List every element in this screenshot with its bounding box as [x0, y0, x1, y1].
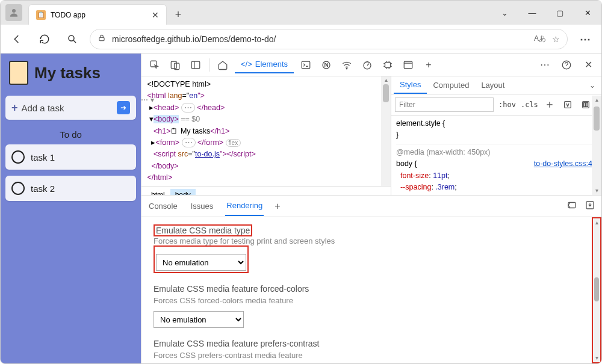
forced-colors-desc: Forces CSS forced-colors media feature	[154, 296, 580, 305]
svg-rect-3	[150, 61, 157, 67]
styles-scrollbar[interactable]: ▴▾	[592, 96, 601, 195]
cls-toggle[interactable]: .cls	[521, 100, 538, 109]
favorite-icon[interactable]: ☆	[552, 34, 560, 44]
expand-icon[interactable]	[566, 200, 577, 213]
drawer-scrollbar[interactable]: ▴ ▾	[592, 217, 601, 363]
help-icon[interactable]	[558, 57, 575, 73]
source-link[interactable]: to-do-styles.css:40	[534, 158, 597, 170]
svg-rect-12	[404, 61, 412, 69]
svg-rect-17	[586, 103, 588, 107]
new-rule-icon[interactable]	[543, 98, 556, 111]
minimize-button[interactable]: ―	[518, 1, 546, 25]
filter-input[interactable]	[395, 97, 494, 112]
close-window-button[interactable]: ✕	[574, 1, 601, 25]
svg-rect-11	[385, 62, 391, 67]
sources-icon[interactable]	[318, 57, 335, 73]
dom-scrollbar[interactable]: ▴	[381, 76, 391, 186]
chevron-down-icon[interactable]: ⌄	[491, 1, 518, 25]
network-icon[interactable]	[338, 57, 355, 73]
flex-editor-icon[interactable]	[579, 98, 592, 111]
emulate-media-type-select[interactable]: No emulation	[156, 254, 246, 271]
tab-issues[interactable]: Issues	[190, 197, 215, 215]
download-icon[interactable]	[585, 200, 595, 213]
prefers-contrast-label: Emulate CSS media feature prefers-contra…	[154, 339, 580, 348]
todo-app: My tasks + Add a task ➜ To do task 1 tas…	[1, 54, 141, 363]
titlebar: 📋 TODO app ✕ + ⌄ ― ▢ ✕	[1, 1, 601, 25]
new-tab-button[interactable]: +	[169, 5, 187, 23]
devtools: </>Elements + ⋯ ✕ ⋯ ▾ <!DOCT	[141, 54, 601, 363]
refresh-button[interactable]	[34, 29, 55, 49]
url-text: microsoftedge.github.io/Demos/demo-to-do…	[112, 34, 528, 44]
reader-icon[interactable]: Aあ	[534, 34, 546, 44]
styles-panel: Styles Computed Layout ⌄ :hov .cls	[391, 76, 601, 195]
browser-tab[interactable]: 📋 TODO app ✕	[28, 4, 167, 25]
breadcrumb[interactable]: html body	[141, 186, 391, 195]
task-checkbox[interactable]	[11, 150, 25, 164]
dom-actions[interactable]: ⋯ ▾	[141, 96, 154, 104]
svg-point-9	[346, 68, 347, 69]
performance-icon[interactable]	[359, 57, 376, 73]
lock-icon	[98, 34, 106, 44]
maximize-button[interactable]: ▢	[546, 1, 574, 25]
svg-point-0	[12, 9, 16, 13]
forced-colors-select[interactable]: No emulation	[154, 311, 244, 328]
devtools-tabbar: </>Elements + ⋯ ✕	[141, 54, 601, 76]
hov-toggle[interactable]: :hov	[498, 100, 516, 109]
tab-title: TODO app	[51, 11, 147, 19]
chevron-down-icon[interactable]: ⌄	[589, 81, 599, 90]
crumb-html[interactable]: html	[146, 189, 170, 195]
task-label: task 2	[31, 184, 55, 194]
css-rules[interactable]: element.style { } @media (max-width: 450…	[391, 116, 601, 195]
close-devtools-icon[interactable]: ✕	[580, 57, 597, 73]
add-task-placeholder: Add a task	[22, 103, 117, 113]
welcome-icon[interactable]	[214, 57, 231, 73]
emulate-media-type-desc: Forces media type for testing print and …	[154, 236, 580, 245]
task-label: task 1	[31, 152, 55, 162]
more-tools-icon[interactable]: +	[275, 201, 280, 212]
svg-point-1	[69, 35, 74, 41]
task-checkbox[interactable]	[11, 182, 25, 195]
svg-rect-14	[564, 102, 571, 108]
browser-toolbar: microsoftedge.github.io/Demos/demo-to-do…	[1, 25, 601, 54]
svg-rect-4	[171, 61, 176, 69]
crumb-body[interactable]: body	[170, 189, 196, 195]
font-editor-icon[interactable]	[561, 98, 574, 111]
inspect-icon[interactable]	[146, 57, 163, 73]
menu-button[interactable]: ⋯	[575, 29, 595, 49]
more-icon[interactable]: ⋯	[536, 57, 553, 73]
tab-close-icon[interactable]: ✕	[152, 10, 159, 20]
panel-icon[interactable]	[187, 57, 204, 73]
submit-task-button[interactable]: ➜	[117, 101, 130, 114]
add-task-bar[interactable]: + Add a task ➜	[5, 96, 136, 120]
tab-styles[interactable]: Styles	[394, 76, 427, 94]
forced-colors-label: Emulate CSS media feature forced-colors	[154, 284, 580, 294]
section-title: To do	[5, 129, 136, 140]
more-tabs-icon[interactable]: +	[420, 57, 437, 73]
rendering-panel: Emulate CSS media type Forces media type…	[141, 217, 592, 363]
tab-console[interactable]: Console	[147, 197, 179, 215]
application-icon[interactable]	[400, 57, 417, 73]
profile-button[interactable]	[5, 4, 22, 21]
console-icon[interactable]	[297, 57, 314, 73]
tab-layout[interactable]: Layout	[475, 77, 510, 93]
task-item[interactable]: task 2	[5, 176, 136, 201]
drawer: Console Issues Rendering + Emulate CSS m…	[141, 195, 601, 363]
plus-icon: +	[11, 102, 18, 114]
page-title: My tasks	[34, 64, 101, 82]
svg-rect-6	[191, 61, 200, 69]
emulate-media-type-label: Emulate CSS media type	[156, 226, 250, 235]
tab-elements[interactable]: </>Elements	[235, 56, 294, 73]
task-item[interactable]: task 1	[5, 144, 136, 170]
search-button[interactable]	[62, 29, 82, 49]
tab-computed[interactable]: Computed	[427, 77, 475, 93]
clipboard-icon	[9, 61, 28, 85]
dom-tree[interactable]: <!DOCTYPE html> <html lang="en"> ▸<head>…	[141, 76, 381, 186]
device-icon[interactable]	[167, 57, 184, 73]
address-bar[interactable]: microsoftedge.github.io/Demos/demo-to-do…	[90, 29, 568, 49]
prefers-contrast-desc: Forces CSS prefers-contrast media featur…	[154, 351, 580, 360]
tab-favicon: 📋	[36, 10, 46, 20]
tab-rendering[interactable]: Rendering	[225, 196, 264, 216]
svg-rect-7	[302, 61, 310, 69]
back-button[interactable]	[7, 29, 27, 49]
memory-icon[interactable]	[379, 57, 396, 73]
